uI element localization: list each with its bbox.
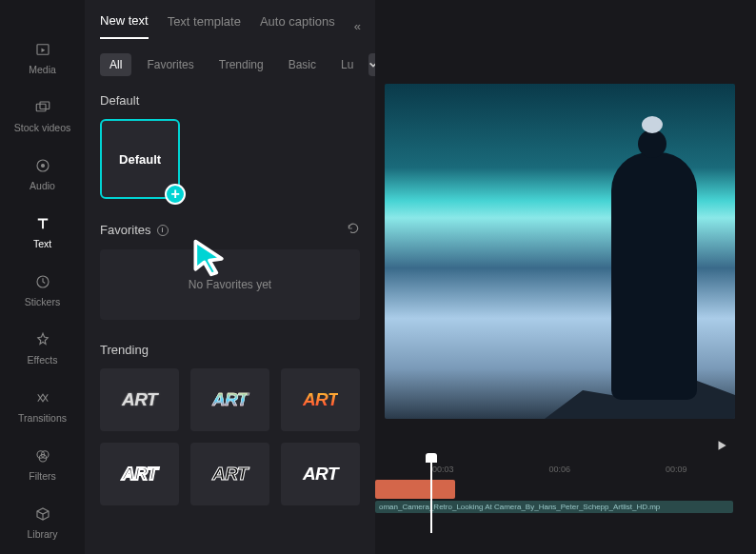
art-preview-label: ART <box>122 389 157 410</box>
timeline-ruler: 00:03 00:06 00:09 <box>375 465 733 474</box>
sidebar-item-transitions[interactable]: Transitions <box>0 377 85 435</box>
sidebar-item-label: Transitions <box>18 412 67 424</box>
refresh-button[interactable] <box>347 222 360 238</box>
transitions-icon <box>33 388 52 407</box>
filters-icon <box>33 446 52 465</box>
sidebar-item-label: Effects <box>28 354 58 366</box>
art-preview-label: ART <box>212 464 248 485</box>
sidebar-item-label: Library <box>27 528 57 540</box>
preview-area: 00:03 00:06 00:09 oman_Camera_Retro_Look… <box>375 0 756 554</box>
tab-auto-captions[interactable]: Auto captions <box>260 14 335 38</box>
sidebar-item-text[interactable]: Text <box>0 203 85 261</box>
trending-item[interactable]: ART <box>100 443 179 505</box>
filter-trending[interactable]: Trending <box>209 53 273 76</box>
info-icon[interactable]: i <box>157 225 169 236</box>
sidebar-item-audio[interactable]: Audio <box>0 145 85 203</box>
filter-more-button[interactable] <box>368 53 375 76</box>
play-button[interactable] <box>710 434 733 457</box>
sidebar-item-media[interactable]: Media <box>0 29 85 87</box>
sidebar-item-label: Text <box>33 238 51 249</box>
svg-point-4 <box>41 165 44 168</box>
default-text-item[interactable]: Default + <box>100 119 180 199</box>
trending-item[interactable]: ART <box>281 368 360 431</box>
library-icon <box>33 505 52 524</box>
playhead[interactable] <box>430 457 432 533</box>
filter-basic[interactable]: Basic <box>279 53 326 76</box>
section-title-trending: Trending <box>100 343 360 357</box>
stock-icon <box>33 98 52 117</box>
media-icon <box>33 40 52 59</box>
trending-item[interactable]: ART <box>190 443 269 505</box>
sidebar-item-effects[interactable]: Effects <box>0 319 85 377</box>
ruler-mark: 00:03 <box>432 465 454 474</box>
section-title-default: Default <box>100 93 360 108</box>
art-preview-label: ART <box>122 464 157 485</box>
filter-favorites[interactable]: Favorites <box>137 53 203 76</box>
text-icon <box>33 214 52 233</box>
stickers-icon <box>33 272 52 291</box>
ruler-mark: 00:06 <box>549 465 571 474</box>
section-title-default-label: Default <box>100 93 139 108</box>
tab-new-text[interactable]: New text <box>100 13 149 39</box>
ruler-mark: 00:09 <box>666 465 687 474</box>
default-text-item-label: Default <box>119 152 161 167</box>
trending-grid: ART ART ART <box>100 368 360 431</box>
effects-icon <box>33 330 52 349</box>
sidebar-item-filters[interactable]: Filters <box>0 435 85 493</box>
chevron-down-icon <box>368 60 375 69</box>
tabs-overflow-button[interactable]: « <box>354 19 361 33</box>
section-title-favorites-label: Favorites <box>100 223 150 237</box>
art-preview-label: ART <box>303 464 338 485</box>
sidebar-item-stock-videos[interactable]: Stock videos <box>0 87 85 145</box>
tab-text-template[interactable]: Text template <box>168 14 241 38</box>
sidebar-item-label: Audio <box>30 180 55 191</box>
art-preview-label: ART <box>212 389 248 410</box>
svg-rect-1 <box>36 104 46 111</box>
sidebar: Media Stock videos Audio Text Stickers E… <box>0 0 85 554</box>
section-title-trending-label: Trending <box>100 343 149 357</box>
play-icon <box>715 439 728 452</box>
art-preview-label: ART <box>303 389 338 410</box>
add-badge[interactable]: + <box>165 184 186 205</box>
sidebar-item-label: Stock videos <box>14 122 71 133</box>
sidebar-item-library[interactable]: Library <box>0 493 85 551</box>
trending-item[interactable]: ART <box>281 443 360 505</box>
trending-grid: ART ART ART <box>100 443 360 505</box>
filter-row: All Favorites Trending Basic Lu <box>100 53 360 76</box>
cursor-overlay <box>189 236 230 282</box>
sidebar-item-label: Filters <box>29 470 56 482</box>
sidebar-item-label: Media <box>29 64 56 75</box>
sidebar-item-stickers[interactable]: Stickers <box>0 261 85 319</box>
trending-item[interactable]: ART <box>190 368 269 431</box>
sidebar-item-label: Stickers <box>25 296 60 307</box>
plus-icon: + <box>170 186 179 203</box>
preview-image[interactable] <box>385 84 735 419</box>
audio-icon <box>33 156 52 175</box>
filter-lu[interactable]: Lu <box>331 53 363 76</box>
filter-all[interactable]: All <box>100 53 131 76</box>
trending-item[interactable]: ART <box>100 368 179 431</box>
timeline[interactable]: 00:03 00:06 00:09 oman_Camera_Retro_Look… <box>375 465 756 513</box>
panel-tabs: New text Text template Auto captions « <box>100 13 360 40</box>
cursor-icon <box>189 236 230 278</box>
svg-rect-2 <box>40 102 50 109</box>
refresh-icon <box>347 222 360 235</box>
timeline-clip[interactable] <box>375 480 455 499</box>
timeline-clip-info[interactable]: oman_Camera_Retro_Looking At Camera_By_H… <box>375 501 733 513</box>
